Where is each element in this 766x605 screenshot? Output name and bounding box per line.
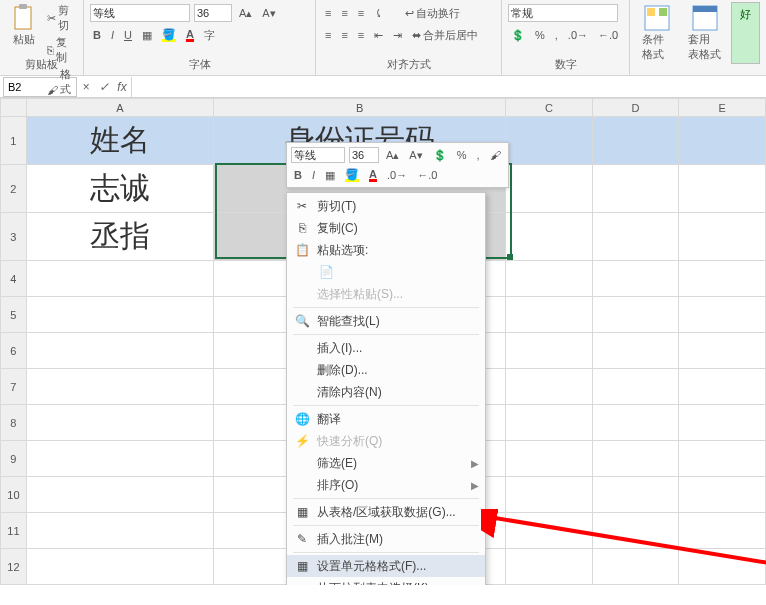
cell-E11[interactable] (679, 513, 766, 549)
mini-border[interactable]: ▦ (322, 168, 338, 183)
bold-button[interactable]: B (90, 28, 104, 42)
mini-grow-font[interactable]: A▴ (383, 148, 402, 163)
number-format-combo[interactable]: 常规 (508, 4, 618, 22)
formula-input[interactable] (131, 77, 766, 97)
cell-E4[interactable] (679, 261, 766, 297)
cell-E7[interactable] (679, 369, 766, 405)
context-item[interactable]: ✎插入批注(M) (287, 528, 485, 550)
mini-dec-dec[interactable]: ←.0 (414, 168, 440, 182)
cell-D10[interactable] (592, 477, 679, 513)
row-header[interactable]: 11 (1, 513, 27, 549)
cell-D5[interactable] (592, 297, 679, 333)
wrap-text-button[interactable]: ↩自动换行 (402, 5, 463, 22)
mini-percent[interactable]: % (454, 148, 470, 162)
cell-C7[interactable] (506, 369, 593, 405)
mini-shrink-font[interactable]: A▾ (406, 148, 425, 163)
context-item[interactable]: 🌐翻译 (287, 408, 485, 430)
cell-D9[interactable] (592, 441, 679, 477)
align-center-button[interactable]: ≡ (338, 28, 350, 42)
context-item[interactable]: 删除(D)... (287, 359, 485, 381)
cell-C9[interactable] (506, 441, 593, 477)
fx-icon[interactable]: fx (113, 80, 131, 94)
dec-decimal-button[interactable]: ←.0 (595, 28, 621, 42)
context-item[interactable]: ⎘复制(C) (287, 217, 485, 239)
cell-A11[interactable] (26, 513, 213, 549)
cell-style-good[interactable]: 好 (731, 2, 760, 64)
orientation-button[interactable]: ⤹ (371, 6, 386, 21)
mini-currency[interactable]: 💲 (430, 148, 450, 163)
cell-C2[interactable] (506, 165, 593, 213)
cell-E5[interactable] (679, 297, 766, 333)
cancel-icon[interactable]: × (77, 80, 95, 94)
mini-font-color[interactable]: A (366, 168, 380, 183)
mini-comma[interactable]: , (473, 148, 482, 162)
context-item[interactable]: ▦设置单元格格式(F)... (287, 555, 485, 577)
phonetic-button[interactable]: 字 (201, 27, 218, 44)
column-header[interactable]: B (213, 99, 505, 117)
row-header[interactable]: 10 (1, 477, 27, 513)
cell-E9[interactable] (679, 441, 766, 477)
cell-A10[interactable] (26, 477, 213, 513)
row-header[interactable]: 4 (1, 261, 27, 297)
increase-font-button[interactable]: A▴ (236, 6, 255, 21)
column-header[interactable]: C (506, 99, 593, 117)
cell-D2[interactable] (592, 165, 679, 213)
mini-font-name[interactable]: 等线 (291, 147, 345, 163)
context-item[interactable]: 📄 (287, 261, 485, 283)
font-color-button[interactable]: A (183, 28, 197, 43)
cell-C8[interactable] (506, 405, 593, 441)
cell-E8[interactable] (679, 405, 766, 441)
indent-inc-button[interactable]: ⇥ (390, 28, 405, 43)
cell-A8[interactable] (26, 405, 213, 441)
mini-bold[interactable]: B (291, 168, 305, 182)
mini-paint[interactable]: 🖌 (487, 148, 504, 162)
align-middle-button[interactable]: ≡ (338, 6, 350, 20)
cell-C1[interactable] (506, 117, 593, 165)
percent-button[interactable]: % (532, 28, 548, 42)
cell-D4[interactable] (592, 261, 679, 297)
cell-C6[interactable] (506, 333, 593, 369)
align-bottom-button[interactable]: ≡ (355, 6, 367, 20)
merge-center-button[interactable]: ⬌合并后居中 (409, 27, 481, 44)
mini-italic[interactable]: I (309, 168, 318, 182)
cell-D3[interactable] (592, 213, 679, 261)
cell-A9[interactable] (26, 441, 213, 477)
row-header[interactable]: 7 (1, 369, 27, 405)
cell-E6[interactable] (679, 333, 766, 369)
cell-D1[interactable] (592, 117, 679, 165)
table-format-button[interactable]: 套用 表格式 (682, 2, 727, 64)
cell-E12[interactable] (679, 549, 766, 585)
cell-D7[interactable] (592, 369, 679, 405)
align-right-button[interactable]: ≡ (355, 28, 367, 42)
context-item[interactable]: 清除内容(N) (287, 381, 485, 403)
cell-C10[interactable] (506, 477, 593, 513)
cell-A12[interactable] (26, 549, 213, 585)
mini-inc-dec[interactable]: .0→ (384, 168, 410, 182)
row-header[interactable]: 12 (1, 549, 27, 585)
decrease-font-button[interactable]: A▾ (259, 6, 278, 21)
column-header[interactable]: D (592, 99, 679, 117)
context-item[interactable]: 筛选(E)▶ (287, 452, 485, 474)
cell-A4[interactable] (26, 261, 213, 297)
comma-button[interactable]: , (552, 28, 561, 42)
mini-fill[interactable]: 🪣 (342, 168, 362, 183)
cell-D11[interactable] (592, 513, 679, 549)
cell-E3[interactable] (679, 213, 766, 261)
context-item[interactable]: 从下拉列表中选择(K)... (287, 577, 485, 585)
italic-button[interactable]: I (108, 28, 117, 42)
mini-font-size[interactable]: 36 (349, 147, 379, 163)
spreadsheet-grid[interactable]: ABCDE1姓名身份证号码2志诚3丞指456789101112 等线 36 A▴… (0, 98, 766, 585)
cell-C5[interactable] (506, 297, 593, 333)
cut-button[interactable]: ✂剪切 (44, 2, 77, 34)
cell-E10[interactable] (679, 477, 766, 513)
context-item[interactable]: 排序(O)▶ (287, 474, 485, 496)
align-left-button[interactable]: ≡ (322, 28, 334, 42)
font-name-combo[interactable]: 等线 (90, 4, 190, 22)
row-header[interactable]: 5 (1, 297, 27, 333)
row-header[interactable]: 9 (1, 441, 27, 477)
underline-button[interactable]: U (121, 28, 135, 42)
cell-E2[interactable] (679, 165, 766, 213)
row-header[interactable]: 8 (1, 405, 27, 441)
cell-A2[interactable]: 志诚 (26, 165, 213, 213)
cell-A7[interactable] (26, 369, 213, 405)
